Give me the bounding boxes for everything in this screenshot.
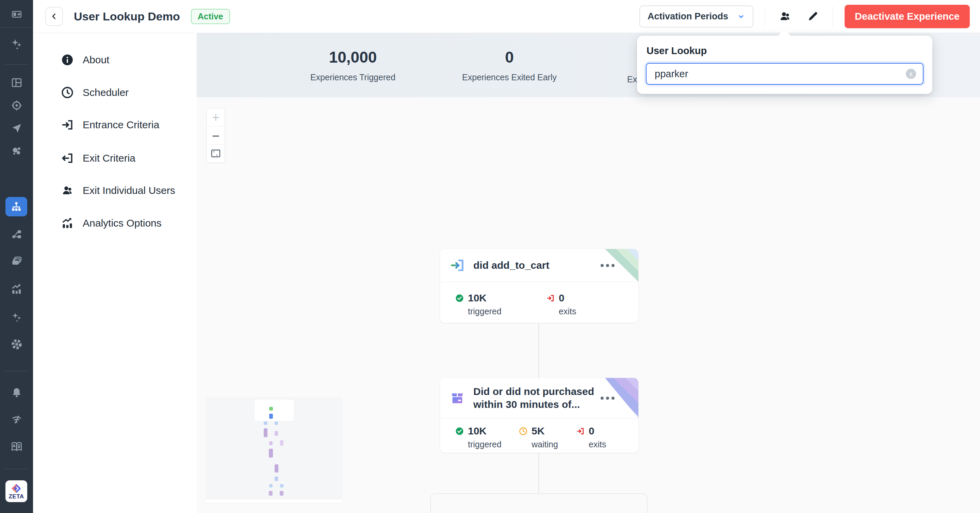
minimap-block	[280, 440, 283, 446]
sidebar-item-exit-individual-users[interactable]: Exit Individual Users	[61, 182, 175, 199]
node-stat-label: triggered	[468, 307, 501, 316]
users-icon	[61, 184, 74, 197]
sidebar-item-about[interactable]: About	[61, 52, 109, 68]
users-icon	[778, 10, 791, 23]
check-circle-icon	[455, 294, 464, 302]
page-title: User Lookup Demo	[74, 10, 180, 23]
back-button[interactable]	[45, 7, 63, 26]
node-stat-value: 10K	[468, 292, 487, 304]
chart-arrow-icon[interactable]	[0, 280, 33, 298]
minimap-block	[275, 476, 278, 481]
exit-icon	[61, 152, 74, 165]
sidebar-item-analytics-options[interactable]: Analytics Options	[61, 215, 162, 231]
minimap-block	[264, 421, 267, 425]
connector-line	[538, 323, 539, 378]
minimap-block	[269, 491, 272, 496]
sidebar-item-label: About	[83, 54, 109, 66]
send-icon[interactable]	[0, 119, 33, 137]
activation-periods-label: Activation Periods	[648, 11, 728, 22]
sparkles-icon[interactable]	[0, 35, 33, 53]
popover-title: User Lookup	[646, 45, 707, 56]
rail-divider	[5, 371, 28, 371]
gear-icon[interactable]	[0, 335, 33, 353]
node-stat-value: 5K	[531, 425, 544, 437]
fit-view-button[interactable]	[207, 144, 225, 163]
node-title: Did or did not purchased within 30 minut…	[473, 385, 594, 411]
clock-orange-icon	[519, 427, 527, 435]
rail-item-journey-active[interactable]	[5, 197, 27, 216]
node-stat-waiting: 5K waiting	[519, 425, 558, 449]
layout-icon[interactable]	[0, 74, 33, 92]
cards-icon[interactable]	[0, 253, 33, 270]
book-icon[interactable]	[0, 438, 33, 456]
branch-icon[interactable]	[0, 226, 33, 243]
header-divider	[833, 6, 833, 27]
node-stat-exits: 0 exits	[576, 425, 606, 449]
minimap-block	[280, 491, 283, 496]
minimap-block	[280, 484, 283, 488]
stat-experiences-triggered: 10,000 Experiences Triggered	[310, 48, 395, 82]
user-lookup-button[interactable]	[777, 6, 793, 27]
sidebar-item-entrance-criteria[interactable]: Entrance Criteria	[61, 117, 159, 133]
minimap-block	[269, 407, 273, 411]
minus-icon: –	[212, 129, 219, 142]
node-title: did add_to_cart	[473, 259, 549, 272]
stat-label-clipped: Ex	[627, 75, 637, 84]
zeta-logo[interactable]: ZETA	[5, 480, 27, 502]
chevron-left-icon	[50, 12, 59, 21]
zoom-in-button[interactable]: +	[207, 108, 225, 127]
zoom-out-button[interactable]: –	[207, 126, 225, 145]
edit-button[interactable]	[805, 6, 821, 27]
node-stat-value: 0	[589, 425, 595, 437]
sidebar-item-scheduler[interactable]: Scheduler	[61, 84, 129, 101]
node-entrance-did-add-to-cart[interactable]: did add_to_cart 10K triggered 0 exits	[440, 249, 638, 323]
collapse-panel-icon[interactable]	[0, 5, 33, 23]
stat-label: Experiences Exited Early	[462, 73, 557, 82]
node-stat-triggered: 10K triggered	[455, 292, 501, 316]
minimap-block	[269, 484, 272, 488]
target-icon[interactable]	[0, 97, 33, 114]
minimap-block	[264, 428, 267, 437]
node-body: 10K triggered 5K waiting 0 exits	[440, 418, 638, 453]
bell-icon[interactable]	[0, 384, 33, 402]
clear-input-icon[interactable]: x	[906, 69, 916, 79]
node-menu-button[interactable]	[601, 397, 614, 400]
user-lookup-popover: User Lookup x	[637, 36, 932, 94]
clock-icon	[61, 86, 74, 99]
node-header: did add_to_cart	[440, 249, 638, 282]
sidebar-item-label: Exit Individual Users	[83, 185, 175, 196]
sparkles-icon[interactable]	[0, 308, 33, 326]
node-menu-button[interactable]	[601, 264, 614, 267]
node-body: 10K triggered 0 exits	[440, 282, 638, 322]
activation-periods-dropdown[interactable]: Activation Periods	[640, 5, 753, 27]
bubbles-icon[interactable]	[0, 142, 33, 160]
entrance-icon	[450, 257, 465, 273]
minimap-block	[269, 414, 273, 419]
node-stat-triggered: 10K triggered	[455, 425, 501, 449]
node-did-or-did-not-purchased[interactable]: Did or did not purchased within 30 minut…	[440, 378, 638, 453]
node-stat-value: 0	[559, 292, 565, 304]
partial-node[interactable]	[430, 493, 648, 513]
info-icon	[61, 53, 74, 66]
signal-icon[interactable]	[0, 411, 33, 428]
zeta-diamond-icon	[11, 483, 21, 494]
stat-label: Experiences Triggered	[310, 73, 395, 82]
minimap[interactable]	[206, 397, 342, 503]
rail-divider	[5, 469, 28, 469]
sidebar-item-label: Exit Criteria	[83, 152, 135, 164]
journey-canvas[interactable]: + – did add_to_cart 10K triggere	[197, 97, 980, 513]
header-divider	[765, 6, 765, 27]
stat-value: 0	[462, 48, 557, 66]
sidebar-item-exit-criteria[interactable]: Exit Criteria	[61, 150, 135, 166]
node-stat-label: exits	[589, 440, 606, 449]
analytics-icon	[61, 217, 74, 230]
user-lookup-input[interactable]	[655, 68, 906, 79]
minimap-block	[275, 421, 278, 425]
user-lookup-input-wrap: x	[646, 63, 924, 85]
stat-experiences-exited-early: 0 Experiences Exited Early	[462, 48, 557, 82]
zeta-logo-text: ZETA	[8, 494, 24, 499]
deactivate-experience-button[interactable]: Deactivate Experience	[845, 5, 970, 28]
fit-view-icon	[211, 149, 221, 157]
minimap-block	[255, 400, 294, 421]
header-left: User Lookup Demo Active	[45, 0, 230, 33]
